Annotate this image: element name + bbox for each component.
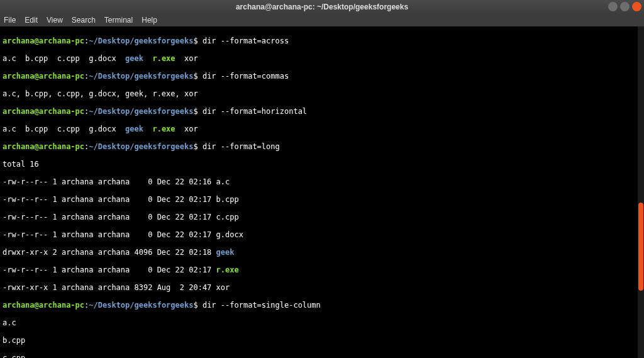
out-total: total 16: [3, 160, 39, 169]
cmd-commas: dir --format=commas: [198, 72, 289, 81]
out-across-pre: a.c b.cpp c.cpp g.docx: [3, 54, 125, 63]
prompt-sigil: $: [193, 36, 197, 45]
out-long-row: -rw-r--r-- 1 archana archana 0 Dec 22 02…: [3, 195, 239, 204]
out-long-row: -rw-r--r-- 1 archana archana 0 Dec 22 02…: [3, 177, 230, 186]
cmd-horizontal: dir --format=horizontal: [198, 107, 307, 116]
menu-terminal[interactable]: Terminal: [104, 16, 133, 25]
prompt-path: ~/Desktop/geeksforgeeks: [89, 36, 193, 45]
out-long-row: -rw-r--r-- 1 archana archana 0 Dec 22 02…: [3, 230, 243, 239]
menu-help[interactable]: Help: [142, 16, 157, 25]
menu-file[interactable]: File: [4, 16, 16, 25]
out-geek-dir: geek: [125, 54, 143, 63]
window-title: archana@archana-pc: ~/Desktop/geeksforge…: [236, 3, 408, 11]
out-single: c.cpp: [3, 354, 25, 358]
cmd-across: dir --format=across: [198, 36, 289, 45]
prompt-userhost: archana@archana-pc: [3, 36, 84, 45]
cmd-long: dir --format=long: [198, 142, 280, 151]
terminal-output[interactable]: archana@archana-pc:~/Desktop/geeksforgee…: [0, 26, 644, 358]
window-controls: [608, 2, 641, 11]
menu-search[interactable]: Search: [72, 16, 96, 25]
out-rexe: r.exe: [152, 54, 175, 63]
close-icon[interactable]: [632, 2, 641, 11]
maximize-icon[interactable]: [620, 2, 630, 11]
out-long-row: -rwxr-xr-x 1 archana archana 8392 Aug 2 …: [3, 283, 230, 292]
out-dir-name: geek: [216, 248, 235, 257]
cmd-single: dir --format=single-column: [198, 301, 321, 310]
out-long-row: -rw-r--r-- 1 archana archana 0 Dec 22 02…: [3, 213, 239, 221]
out-commas: a.c, b.cpp, c.cpp, g.docx, geek, r.exe, …: [3, 89, 198, 98]
scrollbar-thumb[interactable]: [638, 203, 643, 291]
scrollbar[interactable]: [638, 26, 644, 358]
out-exec-name: r.exe: [216, 266, 239, 274]
menubar: File Edit View Search Terminal Help: [0, 14, 644, 26]
out-single: a.c: [3, 318, 16, 327]
out-single: b.cpp: [3, 336, 25, 345]
menu-view[interactable]: View: [47, 16, 63, 25]
minimize-icon[interactable]: [608, 2, 618, 11]
window-titlebar: archana@archana-pc: ~/Desktop/geeksforge…: [0, 0, 644, 14]
menu-edit[interactable]: Edit: [25, 16, 38, 25]
